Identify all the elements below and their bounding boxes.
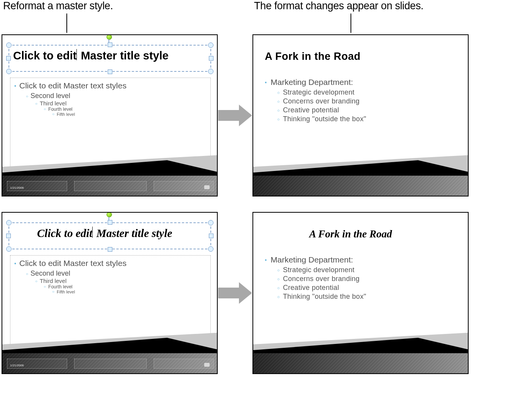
bullet-level-2: Second level (26, 269, 208, 278)
slide-title: A Fork in the Road (309, 228, 392, 240)
rotate-handle-icon[interactable] (107, 34, 112, 40)
resize-handle-icon[interactable] (108, 69, 112, 74)
bullet-level-2: Concerns over branding (277, 275, 460, 283)
bullet-level-3: Third level (35, 278, 208, 284)
title-before-cursor: Click to edit (13, 49, 76, 62)
page-number-footer-box[interactable] (154, 359, 214, 369)
caption-left: Reformat a master style. (3, 0, 219, 12)
page-number-footer-box[interactable] (154, 181, 214, 191)
resize-handle-icon[interactable] (108, 247, 112, 252)
pointer-right (255, 12, 508, 33)
bullet-level-5: Fifth level (52, 112, 208, 117)
resize-handle-icon[interactable] (6, 220, 12, 225)
bullet-level-2: Strategic development (277, 88, 460, 97)
title-after-cursor: Master title style (97, 227, 173, 239)
caption-right: The format changes appear on slides. (219, 0, 505, 12)
slide-body: Marketing Department: Strategic developm… (263, 255, 460, 301)
slide-background-graphic-icon (253, 153, 468, 196)
content-placeholder[interactable]: Click to edit Master text styles Second … (10, 78, 211, 170)
bullet-level-2: Thinking "outside the box" (277, 115, 460, 123)
resize-handle-icon[interactable] (108, 42, 112, 47)
center-footer-box[interactable] (74, 359, 147, 369)
bullet-level-1: Click to edit Master text styles (14, 259, 208, 268)
resize-handle-icon[interactable] (208, 220, 213, 225)
resize-handle-icon[interactable] (6, 246, 12, 252)
pointer-row (0, 12, 508, 33)
resize-handle-icon[interactable] (108, 220, 112, 225)
bullet-level-2: Thinking "outside the box" (277, 293, 460, 301)
arrow-right-icon (218, 105, 252, 126)
bullet-level-4: Fourth level (44, 284, 208, 290)
svg-rect-23 (253, 353, 468, 373)
resize-handle-icon[interactable] (6, 69, 12, 74)
pointer-line-icon (351, 14, 351, 33)
bullet-level-2: Creative potential (277, 284, 460, 292)
master-title-text[interactable]: Click to edit Master title style (13, 48, 169, 62)
svg-rect-22 (253, 353, 468, 373)
arrow-column (218, 105, 252, 126)
arrow-right-icon (218, 282, 252, 304)
footer-placeholders (7, 359, 214, 370)
bullet-level-1: Click to edit Master text styles (14, 81, 208, 90)
svg-rect-10 (253, 176, 468, 196)
date-footer-box[interactable] (7, 359, 67, 369)
center-footer-box[interactable] (74, 181, 147, 191)
master-slide-before: Click to edit Master title style Click t… (2, 34, 218, 196)
resize-handle-icon[interactable] (208, 69, 213, 74)
title-before-cursor: Click to edit (37, 227, 92, 239)
result-slide-after: A Fork in the Road Marketing Department:… (252, 212, 469, 374)
svg-rect-11 (253, 176, 468, 196)
master-title-text[interactable]: Click to edit Master title style (37, 226, 172, 240)
example-row-2: Click to edit Master title style Click t… (0, 210, 508, 377)
content-placeholder[interactable]: Click to edit Master text styles Second … (10, 255, 211, 348)
resize-handle-icon[interactable] (6, 56, 11, 61)
resize-handle-icon[interactable] (208, 246, 213, 252)
slide-body: Marketing Department: Strategic developm… (263, 78, 460, 124)
bullet-level-2: Strategic development (277, 266, 460, 274)
resize-handle-icon[interactable] (209, 56, 213, 61)
bullet-level-4: Fourth level (44, 107, 208, 112)
bullet-level-5: Fifth level (52, 290, 208, 294)
result-slide-before: A Fork in the Road Marketing Department:… (252, 34, 469, 196)
slide-background-graphic-icon (253, 331, 468, 373)
svg-marker-9 (253, 160, 468, 176)
slide-title: A Fork in the Road (265, 51, 361, 63)
master-slide-after: Click to edit Master title style Click t… (2, 212, 218, 374)
bullet-level-2: Concerns over branding (277, 97, 460, 105)
example-row-1: Click to edit Master title style Click t… (0, 33, 508, 200)
date-footer-box[interactable] (7, 181, 67, 191)
rotate-handle-icon[interactable] (107, 212, 112, 217)
resize-handle-icon[interactable] (6, 42, 12, 48)
pointer-left (0, 12, 255, 33)
title-after-cursor: Master title style (81, 49, 168, 62)
svg-marker-21 (253, 338, 468, 354)
text-cursor-icon (92, 227, 93, 238)
bullet-level-1: Marketing Department: (265, 255, 460, 264)
pointer-line-icon (66, 14, 67, 33)
resize-handle-icon[interactable] (208, 42, 213, 48)
caption-row: Reformat a master style. The format chan… (0, 0, 508, 12)
bullet-level-2: Second level (26, 92, 208, 100)
bullet-level-3: Third level (35, 100, 208, 107)
svg-marker-20 (253, 333, 468, 354)
resize-handle-icon[interactable] (6, 234, 11, 238)
page-number-icon (204, 185, 210, 189)
footer-placeholders (7, 181, 214, 193)
resize-handle-icon[interactable] (209, 234, 213, 238)
page-number-icon (204, 363, 210, 367)
bullet-level-1: Marketing Department: (265, 78, 460, 87)
arrow-column (218, 282, 252, 304)
text-cursor-icon (76, 49, 77, 60)
svg-marker-8 (253, 155, 468, 176)
bullet-level-2: Creative potential (277, 106, 460, 114)
